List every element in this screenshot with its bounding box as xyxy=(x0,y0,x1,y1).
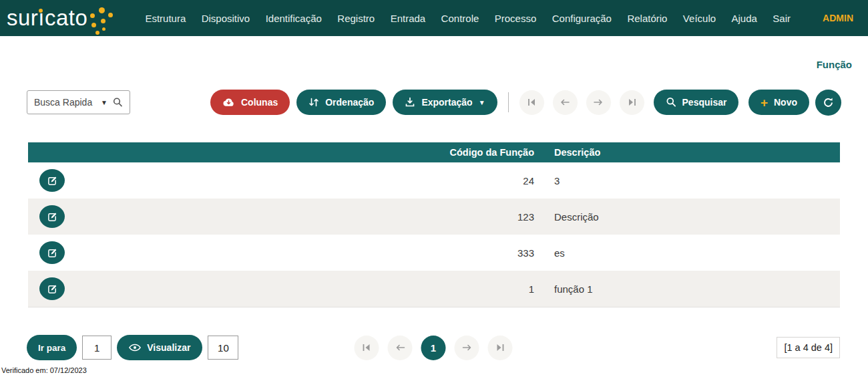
record-range-label: [1 a 4 de 4] xyxy=(777,337,840,358)
cell-codigo: 24 xyxy=(79,175,534,186)
edit-icon xyxy=(47,284,57,294)
chevron-down-icon: ▼ xyxy=(479,99,485,106)
edit-row-button[interactable] xyxy=(39,277,65,300)
export-button[interactable]: Exportação ▼ xyxy=(393,90,497,115)
plus-icon: + xyxy=(761,96,768,109)
page-number-input[interactable] xyxy=(82,336,112,360)
last-page-button[interactable] xyxy=(620,90,644,115)
logo-letter-i: ı xyxy=(38,0,45,36)
main-menu: Estrutura Dispositivo Identificação Regi… xyxy=(145,13,791,24)
page-size-input[interactable] xyxy=(208,336,238,360)
toolbar-divider xyxy=(508,92,509,112)
menu-item-estrutura[interactable]: Estrutura xyxy=(145,13,186,24)
view-button[interactable]: Visualizar xyxy=(117,335,202,360)
chevron-down-icon: ▼ xyxy=(101,99,107,106)
bottom-pagination: 1 xyxy=(355,336,513,360)
menu-item-entrada[interactable]: Entrada xyxy=(391,13,426,24)
menu-item-ajuda[interactable]: Ajuda xyxy=(732,13,757,24)
menu-item-registro[interactable]: Registro xyxy=(337,13,375,24)
funcao-table: Código da Função Descrição 24 3 123 Desc… xyxy=(28,142,840,307)
cell-codigo: 123 xyxy=(79,211,534,223)
logo-text-tail: cato xyxy=(45,0,87,36)
quick-search-label: Busca Rapida xyxy=(34,97,101,108)
cell-descricao: es xyxy=(534,247,840,259)
table-header-row: Código da Função Descrição xyxy=(28,142,840,162)
menu-item-configuracao[interactable]: Configuração xyxy=(552,13,612,24)
magnifier-icon xyxy=(112,97,123,108)
cell-descricao: função 1 xyxy=(534,283,840,295)
cell-codigo: 333 xyxy=(79,247,534,259)
current-page-button[interactable]: 1 xyxy=(421,336,446,360)
table-row: 1 função 1 xyxy=(28,271,840,307)
previous-page-button[interactable] xyxy=(388,336,413,360)
edit-row-button[interactable] xyxy=(39,205,65,228)
export-button-label: Exportação xyxy=(421,97,472,108)
menu-item-processo[interactable]: Processo xyxy=(495,13,537,24)
menu-item-controle[interactable]: Controle xyxy=(441,13,479,24)
quick-search-select[interactable]: Busca Rapida ▼ xyxy=(27,90,130,114)
logo-dots-icon xyxy=(90,5,114,36)
table-footer: Ir para Visualizar 1 [1 a 4 de 4] xyxy=(27,335,840,360)
cell-codigo: 1 xyxy=(79,283,534,295)
previous-page-button[interactable] xyxy=(553,90,578,115)
edit-row-button[interactable] xyxy=(39,241,65,264)
top-navbar: surıcato Estrutura Dispositivo Identific… xyxy=(0,0,868,36)
refresh-button[interactable] xyxy=(815,90,841,116)
edit-icon xyxy=(47,212,57,222)
sort-button[interactable]: Ordenação xyxy=(296,90,386,115)
menu-item-veiculo[interactable]: Veículo xyxy=(683,13,716,24)
table-row: 24 3 xyxy=(28,162,840,199)
columns-button-label: Colunas xyxy=(241,97,278,108)
menu-item-relatorio[interactable]: Relatório xyxy=(627,13,667,24)
footer-left-controls: Ir para Visualizar xyxy=(27,335,238,360)
go-to-page-button[interactable]: Ir para xyxy=(27,335,77,360)
table-row: 333 es xyxy=(28,235,840,271)
next-page-button[interactable] xyxy=(586,90,611,115)
view-button-label: Visualizar xyxy=(147,342,190,353)
edit-row-button[interactable] xyxy=(39,169,65,192)
search-button[interactable]: Pesquisar xyxy=(654,90,739,115)
menu-item-sair[interactable]: Sair xyxy=(773,13,791,24)
sort-icon xyxy=(308,97,319,108)
cloud-download-icon xyxy=(222,98,235,107)
column-header-codigo: Código da Função xyxy=(79,147,534,158)
refresh-icon xyxy=(823,97,834,108)
first-page-button[interactable] xyxy=(519,90,544,115)
edit-icon xyxy=(47,176,57,186)
first-page-button[interactable] xyxy=(355,336,379,360)
page-title: Função xyxy=(0,36,868,70)
search-icon xyxy=(666,97,676,108)
last-page-button[interactable] xyxy=(488,336,513,360)
column-header-descricao: Descrição xyxy=(534,147,840,158)
sort-button-label: Ordenação xyxy=(325,97,374,108)
verified-timestamp: Verificado em: 07/12/2023 xyxy=(1,366,868,374)
menu-item-identificacao[interactable]: Identificação xyxy=(266,13,322,24)
toolbar: Busca Rapida ▼ Colunas Ordenação Exporta… xyxy=(27,89,841,116)
menu-item-dispositivo[interactable]: Dispositivo xyxy=(202,13,250,24)
search-button-label: Pesquisar xyxy=(682,97,727,108)
new-button-label: Novo xyxy=(774,97,797,108)
go-to-page-label: Ir para xyxy=(38,343,65,353)
toolbar-right-actions: + Novo xyxy=(748,90,841,116)
suricato-logo[interactable]: surıcato xyxy=(7,0,116,36)
cell-descricao: 3 xyxy=(534,175,840,186)
columns-button[interactable]: Colunas xyxy=(210,90,290,115)
cell-descricao: Descrição xyxy=(534,211,840,223)
edit-icon xyxy=(47,248,57,258)
eye-icon xyxy=(129,344,141,352)
new-button[interactable]: + Novo xyxy=(748,90,809,115)
table-row: 123 Descrição xyxy=(28,199,840,235)
download-icon xyxy=(405,97,415,108)
user-admin-label[interactable]: ADMIN xyxy=(823,13,853,23)
logo-text: sur xyxy=(7,0,38,36)
next-page-button[interactable] xyxy=(455,336,479,360)
top-pagination xyxy=(519,90,644,115)
